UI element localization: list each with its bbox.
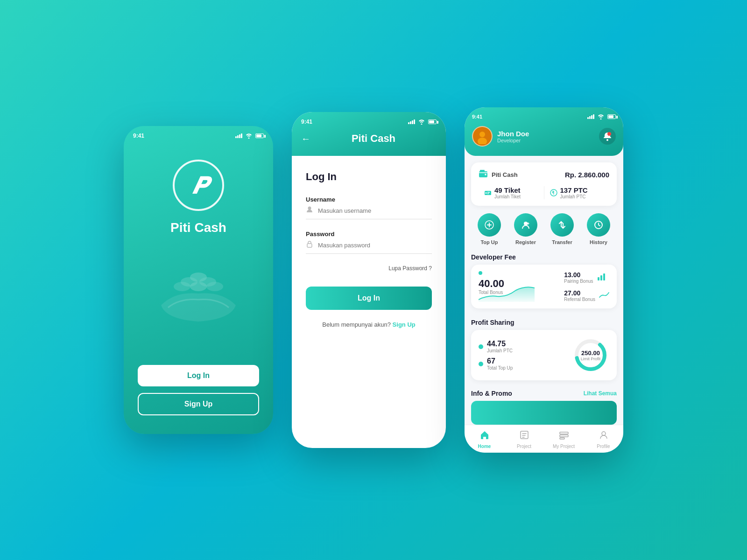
bar-chart-icon — [597, 273, 606, 283]
signup-button-splash[interactable]: Sign Up — [138, 393, 259, 415]
pairing-amount: 13.00 — [564, 271, 593, 279]
topup-label: Top Up — [480, 239, 498, 245]
pairing-bonus-item: 13.00 Pairing Bonus — [564, 271, 609, 284]
svg-rect-29 — [560, 438, 564, 439]
username-label: Username — [306, 196, 432, 203]
svg-point-4 — [190, 282, 207, 291]
referral-amount: 27.00 — [564, 289, 595, 297]
limit-profit-amount: 250.00 — [581, 350, 601, 357]
signal-icon — [235, 133, 242, 138]
username-group: Username — [306, 196, 432, 219]
profile-label: Profile — [597, 444, 610, 449]
password-label: Password — [306, 231, 432, 238]
dash-header: 9:41 — [465, 107, 623, 156]
login-topbar: 9:41 — [301, 119, 437, 125]
svg-rect-21 — [598, 277, 599, 280]
tickets-label: Jumlah Tiket — [494, 194, 521, 199]
home-label: Home — [478, 444, 491, 449]
back-button[interactable]: ← — [301, 133, 310, 144]
register-action[interactable]: Register — [514, 213, 537, 245]
quick-actions: Top Up Register — [465, 206, 623, 249]
coins-illustration — [152, 263, 245, 324]
splash-title: Piti Cash — [170, 220, 226, 235]
project-label: Project — [517, 444, 531, 449]
status-icons-login — [408, 119, 437, 125]
phone-splash: 9:41 𝙋 Piti Cash — [124, 126, 273, 434]
nav-project[interactable]: Project — [504, 430, 544, 449]
my-project-label: My Project — [553, 444, 575, 449]
battery-icon-dash — [607, 114, 616, 119]
transfer-icon-circle — [550, 213, 574, 237]
wallet-icon — [479, 169, 488, 181]
signup-link[interactable]: Sign Up — [393, 321, 416, 328]
profit-stats: 44.75 Jumlah PTC 67 Total Top Up — [479, 340, 566, 371]
bonus-dot — [479, 271, 482, 275]
tickets-stat: 49 Tiket Jumlah Tiket — [479, 186, 544, 199]
promo-banner[interactable] — [471, 401, 617, 425]
login-header: 9:41 — [292, 112, 446, 156]
donut-chart: 250.00 Limit Profit — [572, 336, 609, 374]
signal-icon-login — [408, 119, 415, 124]
svg-point-16 — [486, 192, 487, 194]
nav-my-project[interactable]: My Project — [544, 430, 584, 449]
logo-circle: 𝙋 — [173, 160, 224, 211]
username-input[interactable] — [318, 207, 432, 214]
total-topup-amount: 67 — [487, 357, 513, 365]
referral-bonus-item: 27.00 Referral Bonus — [564, 289, 609, 302]
dash-status-bar: 9:41 — [472, 114, 616, 119]
nav-profile[interactable]: Profile — [584, 430, 623, 449]
my-project-icon — [559, 430, 569, 442]
info-section-title: Info & Promo — [471, 390, 512, 397]
password-input[interactable] — [318, 242, 432, 249]
login-button-form[interactable]: Log In — [306, 287, 432, 310]
phone-login: 9:41 — [292, 112, 446, 448]
user-role: Developer — [497, 138, 599, 143]
user-icon — [306, 206, 313, 215]
login-header-title: Piti Cash — [310, 133, 437, 145]
jumlah-ptc-amount: 44.75 — [487, 340, 513, 348]
signup-link-area: Belum mempunyai akun? Sign Up — [306, 321, 432, 328]
logo-letter: 𝙋 — [191, 173, 206, 197]
limit-profit-label: Limit Profit — [581, 357, 601, 361]
wifi-icon-dash — [598, 114, 604, 119]
svg-rect-27 — [560, 432, 568, 434]
dashboard-scroll: Developer Fee 40.00 Total Bonus — [465, 249, 623, 425]
svg-point-3 — [174, 282, 190, 291]
bottom-nav: Home Project — [465, 425, 623, 453]
svg-point-30 — [602, 432, 606, 435]
nav-home[interactable]: Home — [465, 430, 504, 449]
pairing-label: Pairing Bonus — [564, 279, 593, 284]
svg-rect-22 — [600, 275, 602, 280]
register-icon-circle — [514, 213, 537, 237]
profit-card: 44.75 Jumlah PTC 67 Total Top Up — [471, 330, 617, 380]
tickets-count: 49 Tiket — [494, 186, 521, 194]
transfer-action[interactable]: Transfer — [550, 213, 574, 245]
svg-rect-23 — [603, 273, 605, 280]
history-label: History — [590, 239, 607, 245]
total-topup-label: Total Top Up — [487, 365, 513, 371]
balance-stats: 49 Tiket Jumlah Tiket 137 PTC Jumlah — [479, 186, 609, 199]
history-icon-circle — [587, 213, 610, 237]
svg-rect-14 — [480, 170, 485, 172]
battery-icon — [255, 133, 264, 138]
notification-button[interactable] — [599, 128, 616, 145]
battery-icon-login — [428, 119, 437, 124]
see-all-link[interactable]: Lihat Semua — [584, 390, 617, 397]
form-heading: Log In — [306, 171, 432, 183]
topup-action[interactable]: Top Up — [478, 213, 501, 245]
forgot-password[interactable]: Lupa Password ? — [306, 265, 432, 272]
jumlah-ptc-label: Jumlah PTC — [487, 348, 513, 353]
line-chart-icon — [599, 292, 609, 300]
avatar — [472, 126, 493, 147]
history-action[interactable]: History — [587, 213, 610, 245]
splash-logo-area: 𝙋 Piti Cash — [152, 142, 245, 365]
login-button-splash[interactable]: Log In — [138, 365, 259, 386]
svg-point-9 — [479, 132, 485, 137]
transfer-label: Transfer — [552, 239, 572, 245]
svg-point-12 — [607, 132, 611, 136]
total-topup-dot — [479, 362, 483, 366]
svg-rect-28 — [560, 435, 568, 437]
donut-center: 250.00 Limit Profit — [581, 350, 601, 361]
svg-point-6 — [308, 207, 311, 210]
ptc-label: Jumlah PTC — [560, 194, 588, 199]
